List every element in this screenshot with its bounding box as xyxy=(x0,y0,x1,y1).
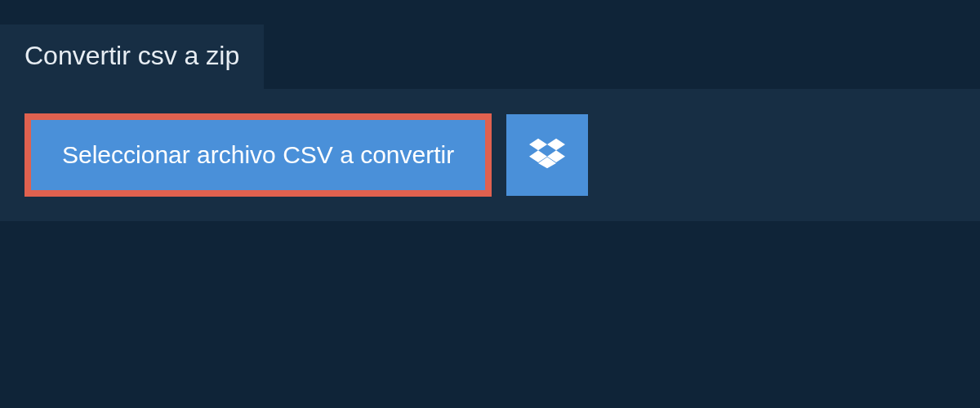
select-file-label: Seleccionar archivo CSV a convertir xyxy=(62,141,454,168)
upload-panel: Seleccionar archivo CSV a convertir xyxy=(0,89,980,221)
tab-title: Convertir csv a zip xyxy=(24,41,239,70)
dropbox-icon xyxy=(529,135,565,175)
dropbox-button[interactable] xyxy=(506,114,588,196)
tab-convert[interactable]: Convertir csv a zip xyxy=(0,24,264,89)
select-file-button[interactable]: Seleccionar archivo CSV a convertir xyxy=(24,113,492,197)
